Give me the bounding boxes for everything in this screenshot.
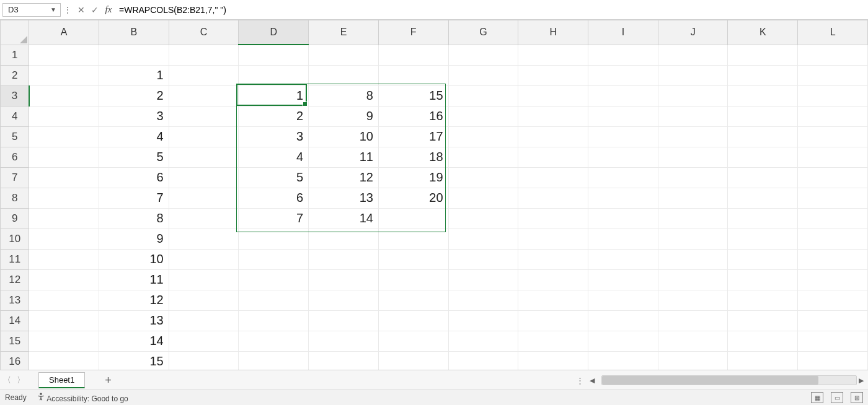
row-header-12[interactable]: 12 xyxy=(1,269,29,290)
cell-K6[interactable] xyxy=(728,147,798,167)
cell-K15[interactable] xyxy=(728,331,798,351)
row-header-9[interactable]: 9 xyxy=(1,208,29,229)
cell-E15[interactable] xyxy=(309,331,379,351)
column-header-I[interactable]: I xyxy=(588,20,658,45)
page-layout-view-icon[interactable]: ▭ xyxy=(831,392,843,403)
cell-I12[interactable] xyxy=(588,269,658,290)
formula-input[interactable] xyxy=(115,2,868,17)
cell-D7[interactable]: 5 xyxy=(239,167,309,188)
cell-C2[interactable] xyxy=(169,65,239,85)
cell-J10[interactable] xyxy=(658,229,728,249)
cell-I3[interactable] xyxy=(588,85,658,106)
cell-A16[interactable] xyxy=(29,351,99,370)
cell-G14[interactable] xyxy=(448,310,518,331)
cell-C13[interactable] xyxy=(169,290,239,310)
cell-F2[interactable] xyxy=(378,65,448,85)
row-header-16[interactable]: 16 xyxy=(1,351,29,370)
cell-A2[interactable] xyxy=(29,65,99,85)
cell-A8[interactable] xyxy=(29,188,99,208)
cell-E12[interactable] xyxy=(309,269,379,290)
cell-I10[interactable] xyxy=(588,229,658,249)
row-header-11[interactable]: 11 xyxy=(1,249,29,269)
formula-bar-menu-icon[interactable]: ⋮ xyxy=(61,3,74,17)
row-header-14[interactable]: 14 xyxy=(1,310,29,331)
cell-H15[interactable] xyxy=(518,331,588,351)
cell-A6[interactable] xyxy=(29,147,99,167)
cell-E11[interactable] xyxy=(309,249,379,269)
cell-I14[interactable] xyxy=(588,310,658,331)
cell-B4[interactable]: 3 xyxy=(99,106,169,126)
cell-B1[interactable] xyxy=(99,45,169,65)
enter-formula-icon[interactable]: ✓ xyxy=(88,3,102,17)
cell-A12[interactable] xyxy=(29,269,99,290)
cell-E7[interactable]: 12 xyxy=(309,167,379,188)
cell-J5[interactable] xyxy=(658,126,728,147)
cell-C14[interactable] xyxy=(169,310,239,331)
cell-A11[interactable] xyxy=(29,249,99,269)
cell-D12[interactable] xyxy=(239,269,309,290)
cell-F11[interactable] xyxy=(378,249,448,269)
cell-L2[interactable] xyxy=(798,65,868,85)
cell-C15[interactable] xyxy=(169,331,239,351)
cell-G4[interactable] xyxy=(448,106,518,126)
cell-H16[interactable] xyxy=(518,351,588,370)
row-header-13[interactable]: 13 xyxy=(1,290,29,310)
cell-J16[interactable] xyxy=(658,351,728,370)
row-header-1[interactable]: 1 xyxy=(1,45,29,65)
cell-B10[interactable]: 9 xyxy=(99,229,169,249)
cell-B12[interactable]: 11 xyxy=(99,269,169,290)
cell-F16[interactable] xyxy=(378,351,448,370)
cell-A13[interactable] xyxy=(29,290,99,310)
cell-L1[interactable] xyxy=(798,45,868,65)
column-header-F[interactable]: F xyxy=(378,20,448,45)
cell-A10[interactable] xyxy=(29,229,99,249)
cell-D11[interactable] xyxy=(239,249,309,269)
dropdown-chevron-icon[interactable]: ▼ xyxy=(50,6,56,13)
tab-split-handle-icon[interactable]: ⋮ xyxy=(576,376,584,385)
cell-J1[interactable] xyxy=(658,45,728,65)
tab-scroll-left-icon[interactable]: 〈 xyxy=(0,373,14,387)
tab-scroll-right-icon[interactable]: 〉 xyxy=(14,373,27,387)
cell-L8[interactable] xyxy=(798,188,868,208)
cell-K2[interactable] xyxy=(728,65,798,85)
cell-J2[interactable] xyxy=(658,65,728,85)
cell-C4[interactable] xyxy=(169,106,239,126)
cell-H5[interactable] xyxy=(518,126,588,147)
cell-H10[interactable] xyxy=(518,229,588,249)
cell-L5[interactable] xyxy=(798,126,868,147)
cell-J3[interactable] xyxy=(658,85,728,106)
cell-B7[interactable]: 6 xyxy=(99,167,169,188)
cell-K10[interactable] xyxy=(728,229,798,249)
cell-G13[interactable] xyxy=(448,290,518,310)
fx-icon[interactable]: fx xyxy=(102,3,115,17)
cell-D6[interactable]: 4 xyxy=(239,147,309,167)
cell-F1[interactable] xyxy=(378,45,448,65)
cell-F7[interactable]: 19 xyxy=(378,167,448,188)
cell-G12[interactable] xyxy=(448,269,518,290)
cell-B8[interactable]: 7 xyxy=(99,188,169,208)
cell-E3[interactable]: 8 xyxy=(309,85,379,106)
cell-E6[interactable]: 11 xyxy=(309,147,379,167)
cell-B5[interactable]: 4 xyxy=(99,126,169,147)
row-header-7[interactable]: 7 xyxy=(1,167,29,188)
horizontal-scrollbar[interactable] xyxy=(601,375,857,385)
cell-D10[interactable] xyxy=(239,229,309,249)
cell-I11[interactable] xyxy=(588,249,658,269)
cell-B16[interactable]: 15 xyxy=(99,351,169,370)
cell-A3[interactable] xyxy=(29,85,99,106)
cell-C10[interactable] xyxy=(169,229,239,249)
cell-I9[interactable] xyxy=(588,208,658,229)
cell-L16[interactable] xyxy=(798,351,868,370)
cell-G15[interactable] xyxy=(448,331,518,351)
column-header-K[interactable]: K xyxy=(728,20,798,45)
cell-A9[interactable] xyxy=(29,208,99,229)
column-header-G[interactable]: G xyxy=(448,20,518,45)
cell-F8[interactable]: 20 xyxy=(378,188,448,208)
cell-H7[interactable] xyxy=(518,167,588,188)
cell-H12[interactable] xyxy=(518,269,588,290)
cell-E8[interactable]: 13 xyxy=(309,188,379,208)
cell-A4[interactable] xyxy=(29,106,99,126)
cell-K14[interactable] xyxy=(728,310,798,331)
row-header-5[interactable]: 5 xyxy=(1,126,29,147)
name-box[interactable]: D3 ▼ xyxy=(2,3,61,17)
